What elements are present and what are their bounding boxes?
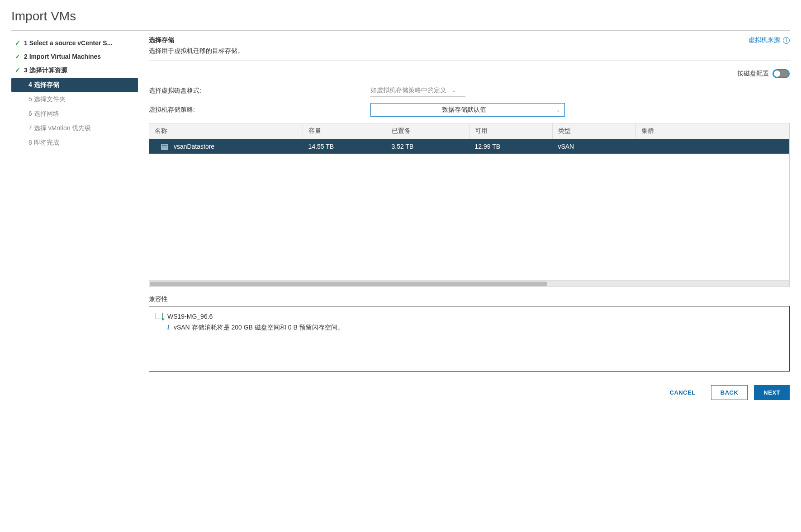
vm-icon [156, 313, 164, 320]
col-capacity[interactable]: 容量 [303, 123, 386, 139]
step-label: 选择网络 [34, 110, 59, 117]
ds-capacity: 14.55 TB [303, 139, 386, 154]
compatibility-box: WS19-MG_96.6 i vSAN 存储消耗将是 200 GB 磁盘空间和 … [149, 306, 790, 372]
ds-free: 12.99 TB [469, 139, 552, 154]
step-6: 6 选择网络 [11, 107, 138, 121]
disk-config-toggle-label: 按磁盘配置 [737, 70, 769, 78]
step-8: 8 即将完成 [11, 136, 138, 150]
section-title: 选择存储 [149, 36, 244, 44]
storage-policy-value: 数据存储默认值 [375, 106, 553, 114]
table-row[interactable]: vsanDatastore 14.55 TB 3.52 TB 12.99 TB … [149, 139, 789, 154]
cancel-button[interactable]: CANCEL [661, 385, 705, 400]
disk-format-value: 如虚拟机存储策略中的定义 [370, 86, 446, 94]
next-button[interactable]: NEXT [754, 385, 790, 400]
disk-format-dropdown[interactable]: 如虚拟机存储策略中的定义 ⌄ [370, 85, 465, 97]
vm-source-link[interactable]: 虚拟机来源 i [749, 36, 790, 44]
col-provisioned[interactable]: 已置备 [386, 123, 469, 139]
datastore-icon [161, 144, 168, 150]
table-empty-area [149, 154, 789, 280]
step-4-active[interactable]: 4 选择存储 [11, 78, 138, 92]
step-num: 8 [28, 139, 32, 146]
chevron-down-icon: ⌄ [452, 88, 455, 93]
ds-type: vSAN [552, 139, 635, 154]
ds-name: vsanDatastore [174, 143, 214, 150]
step-label: 选择文件夹 [34, 95, 66, 103]
storage-policy-label: 虚拟机存储策略: [149, 106, 370, 114]
step-num: 4 [28, 81, 32, 88]
step-label: 选择计算资源 [29, 66, 67, 74]
step-label: 即将完成 [34, 139, 59, 146]
disk-config-toggle[interactable] [773, 69, 790, 78]
back-button[interactable]: BACK [711, 385, 748, 400]
step-num: 2 [24, 53, 28, 60]
horizontal-scrollbar[interactable] [149, 280, 789, 287]
step-7: 7 选择 vMotion 优先级 [11, 121, 138, 136]
info-icon: i [783, 37, 790, 44]
col-type[interactable]: 类型 [552, 123, 635, 139]
page-title: Import VMs [11, 9, 790, 31]
divider [149, 61, 790, 61]
ds-cluster [635, 139, 789, 154]
step-2[interactable]: 2 Import Virtual Machines [11, 50, 138, 63]
info-icon: i [167, 324, 169, 331]
step-num: 7 [28, 124, 32, 132]
step-num: 6 [28, 110, 32, 117]
ds-provisioned: 3.52 TB [386, 139, 469, 154]
scrollbar-thumb[interactable] [150, 282, 547, 286]
section-desc: 选择用于虚拟机迁移的目标存储。 [149, 47, 244, 55]
step-1[interactable]: 1 Select a source vCenter S... [11, 36, 138, 50]
col-name[interactable]: 名称 [149, 123, 303, 139]
col-free[interactable]: 可用 [469, 123, 552, 139]
storage-table: 名称 容量 已置备 可用 类型 集群 vsanDatastore [149, 123, 790, 287]
storage-policy-dropdown[interactable]: 数据存储默认值 ⌄ [370, 103, 565, 117]
disk-format-label: 选择虚拟磁盘格式: [149, 87, 370, 95]
step-label: Select a source vCenter S... [29, 39, 113, 47]
compat-vm-name: WS19-MG_96.6 [167, 313, 213, 320]
step-num: 3 [24, 66, 28, 74]
col-cluster[interactable]: 集群 [635, 123, 789, 139]
step-5: 5 选择文件夹 [11, 92, 138, 107]
compat-detail-text: vSAN 存储消耗将是 200 GB 磁盘空间和 0 B 预留闪存空间。 [174, 324, 344, 332]
compatibility-title: 兼容性 [149, 295, 790, 303]
step-label: 选择存储 [34, 81, 59, 88]
step-num: 5 [28, 95, 32, 103]
step-num: 1 [24, 39, 28, 47]
wizard-steps-sidebar: 1 Select a source vCenter S... 2 Import … [11, 31, 138, 400]
vm-source-link-text: 虚拟机来源 [749, 36, 780, 44]
chevron-down-icon: ⌄ [556, 108, 560, 113]
step-label: Import Virtual Machines [29, 53, 101, 60]
step-3[interactable]: 3 选择计算资源 [11, 63, 138, 78]
step-label: 选择 vMotion 优先级 [34, 124, 91, 132]
